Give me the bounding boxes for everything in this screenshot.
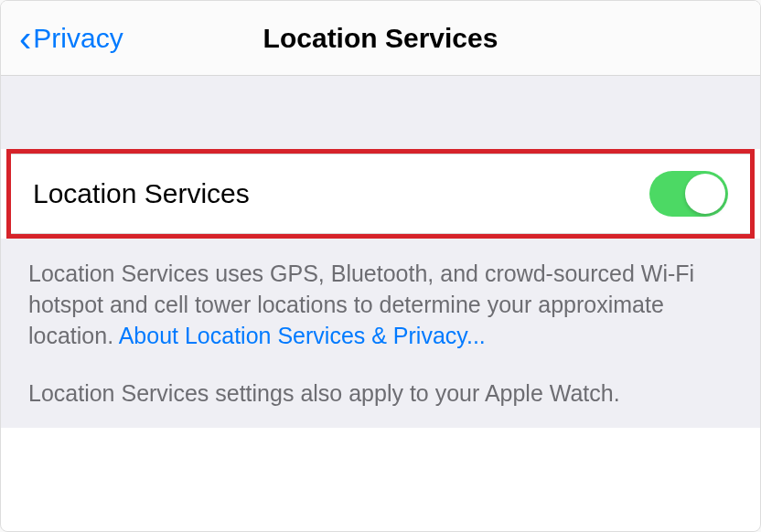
highlight-annotation: Location Services (6, 149, 755, 239)
apple-watch-note: Location Services settings also apply to… (28, 378, 733, 410)
chevron-left-icon: ‹ (19, 20, 31, 57)
back-button[interactable]: ‹ Privacy (19, 20, 123, 57)
location-services-row: Location Services (11, 154, 750, 234)
description-section: Location Services uses GPS, Bluetooth, a… (1, 239, 760, 428)
settings-panel: ‹ Privacy Location Services Location Ser… (0, 0, 761, 532)
navigation-bar: ‹ Privacy Location Services (1, 1, 760, 76)
description-paragraph: Location Services uses GPS, Bluetooth, a… (28, 259, 733, 351)
location-services-toggle[interactable] (649, 171, 728, 217)
toggle-knob (685, 174, 725, 214)
back-button-label: Privacy (33, 23, 123, 54)
section-spacer (1, 76, 760, 149)
setting-label: Location Services (33, 178, 250, 209)
about-privacy-link[interactable]: About Location Services & Privacy... (119, 323, 486, 348)
